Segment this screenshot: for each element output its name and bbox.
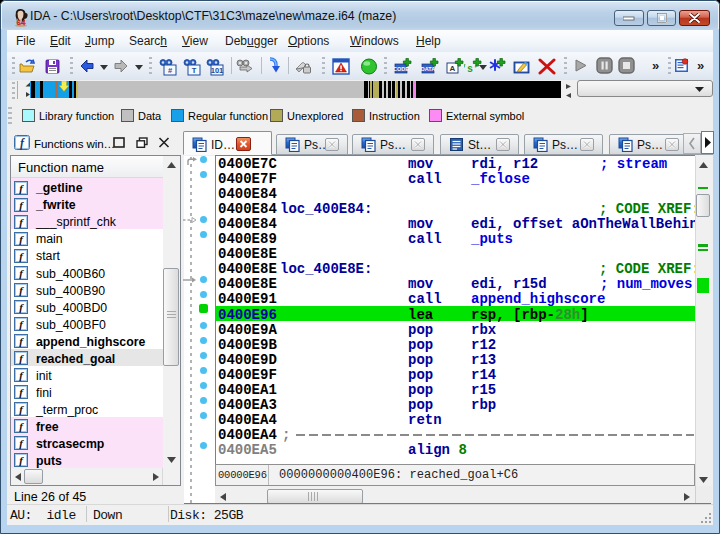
svg-text:CODE: CODE bbox=[394, 66, 409, 72]
svg-text:64: 64 bbox=[17, 18, 26, 27]
svg-text:A: A bbox=[450, 64, 456, 73]
svg-text:T: T bbox=[192, 66, 197, 75]
svg-text:101: 101 bbox=[211, 66, 224, 75]
svg-text:DATA: DATA bbox=[421, 66, 435, 72]
